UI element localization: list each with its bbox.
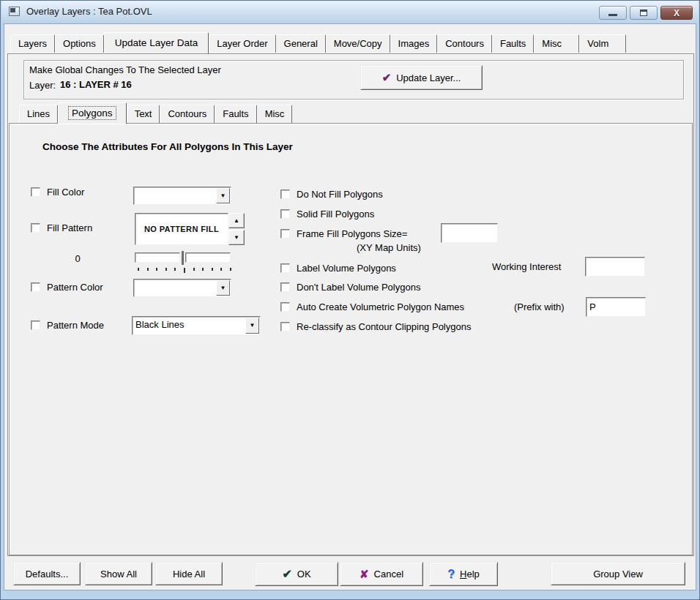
tab-update-layer-data[interactable]: Update Layer Data (104, 32, 209, 53)
tab-faults[interactable]: Faults (492, 34, 534, 53)
show-all-button-label: Show All (100, 569, 137, 580)
auto-create-checkbox[interactable] (280, 302, 290, 312)
frame-fill-label: Frame Fill Polygons Size= (297, 228, 407, 239)
question-icon: ? (447, 568, 455, 581)
fill-color-checkbox[interactable] (31, 187, 40, 197)
working-interest-input[interactable] (585, 257, 645, 277)
help-button[interactable]: ? Help (429, 562, 498, 586)
app-icon (9, 7, 20, 16)
dialog-client-area: Layers Options Update Layer Data Layer O… (4, 23, 696, 590)
cancel-button-label: Cancel (374, 569, 403, 580)
working-interest-label: Working Interest (492, 261, 561, 272)
auto-create-label: Auto Create Volumetric Polygon Names (297, 301, 464, 312)
tab-layers[interactable]: Layers (10, 34, 55, 53)
label-volume-checkbox[interactable] (280, 263, 290, 273)
dont-label-volume-label: Don't Label Volume Polygons (297, 282, 420, 293)
polygons-pane (9, 123, 693, 555)
pattern-color-checkbox[interactable] (31, 282, 40, 292)
tab-images[interactable]: Images (390, 34, 438, 53)
tab-options[interactable]: Options (55, 34, 104, 53)
slider-track-left[interactable] (135, 252, 180, 263)
hide-all-button[interactable]: Hide All (155, 562, 223, 585)
frame-fill-checkbox[interactable] (280, 229, 290, 239)
subtab-polygons-label: Polygons (69, 107, 116, 119)
subtab-misc[interactable]: Misc (257, 105, 293, 123)
fill-pattern-label: Fill Pattern (47, 222, 92, 233)
close-button[interactable]: X (660, 6, 693, 20)
polygons-heading: Choose The Attributes For All Polygons I… (42, 141, 293, 152)
chevron-down-icon[interactable]: ▼ (216, 188, 230, 203)
prefix-label: (Prefix with) (514, 301, 565, 312)
titlebar: Overlay Layers : Tea Pot.OVL X (1, 1, 699, 23)
fill-color-dropdown[interactable]: ▼ (133, 187, 231, 205)
x-icon: ✘ (360, 568, 369, 581)
ok-button[interactable]: ✔ OK (255, 562, 338, 586)
fill-color-value (134, 187, 215, 204)
defaults-button[interactable]: Defaults... (13, 562, 81, 585)
pattern-mode-label: Pattern Mode (47, 320, 104, 331)
pattern-mode-dropdown[interactable]: Black Lines ▼ (132, 316, 261, 335)
reclassify-label: Re-classify as Contour Clipping Polygons (297, 321, 471, 332)
minimize-button[interactable] (599, 6, 627, 20)
update-layer-button-label: Update Layer... (396, 72, 461, 83)
prefix-input[interactable] (586, 297, 646, 317)
pattern-color-label: Pattern Color (47, 282, 103, 293)
tab-contours[interactable]: Contours (437, 34, 492, 53)
ok-button-label: OK (297, 569, 311, 580)
pattern-slider[interactable] (135, 250, 234, 265)
window-title: Overlay Layers : Tea Pot.OVL (26, 1, 152, 23)
do-not-fill-label: Do Not Fill Polygons (297, 189, 383, 200)
slider-track-right[interactable] (185, 252, 231, 263)
pattern-color-dropdown[interactable]: ▼ (133, 279, 231, 297)
check-icon: ✔ (282, 567, 291, 581)
pattern-preview: NO PATTERN FILL (135, 213, 228, 245)
tab-volm[interactable]: Volm (579, 34, 626, 53)
chevron-down-icon[interactable]: ▼ (245, 318, 259, 334)
chevron-down-icon[interactable]: ▼ (216, 280, 230, 296)
overlay-layers-window: Overlay Layers : Tea Pot.OVL X Layers Op… (0, 0, 700, 600)
update-layer-button[interactable]: ✔ Update Layer... (360, 65, 483, 90)
dont-label-volume-checkbox[interactable] (280, 282, 290, 292)
pattern-color-value (134, 280, 215, 296)
frame-fill-units-label: (XY Map Units) (357, 242, 421, 253)
subtab-faults[interactable]: Faults (215, 105, 256, 123)
check-icon: ✔ (382, 71, 392, 84)
slider-thumb[interactable] (182, 251, 184, 265)
defaults-button-label: Defaults... (26, 569, 69, 580)
tab-general[interactable]: General (276, 34, 326, 53)
group-view-button-label: Group View (593, 569, 643, 580)
main-tabstrip: Layers Options Update Layer Data Layer O… (10, 32, 626, 53)
cancel-button[interactable]: ✘ Cancel (340, 562, 423, 586)
sub-tabstrip: Lines Polygons Text Contours Faults Misc (19, 102, 292, 123)
spinner-up-icon[interactable]: ▲ (228, 213, 245, 228)
fill-pattern-checkbox[interactable] (31, 223, 40, 233)
frame-size-input[interactable] (441, 223, 498, 243)
fill-color-label: Fill Color (47, 187, 84, 198)
show-all-button[interactable]: Show All (85, 562, 152, 585)
close-icon: X (674, 9, 679, 18)
help-button-label: Help (460, 569, 480, 580)
group-view-button[interactable]: Group View (551, 562, 685, 585)
layer-value: 16 : LAYER # 16 (60, 79, 132, 90)
subtab-contours[interactable]: Contours (160, 105, 215, 123)
tab-misc[interactable]: Misc (534, 34, 579, 53)
spinner-down-icon[interactable]: ▼ (228, 230, 245, 245)
hide-all-button-label: Hide All (173, 569, 205, 580)
do-not-fill-checkbox[interactable] (280, 190, 290, 199)
window-controls: X (599, 6, 693, 20)
minimize-icon (608, 14, 617, 16)
subtab-lines[interactable]: Lines (19, 105, 58, 123)
pattern-spinner: ▲ ▼ (228, 213, 245, 245)
label-volume-label: Label Volume Polygons (297, 263, 396, 274)
solid-fill-checkbox[interactable] (280, 209, 290, 219)
tab-layer-order[interactable]: Layer Order (209, 34, 275, 53)
global-changes-heading: Make Global Changes To The Selected Laye… (29, 64, 221, 75)
restore-button[interactable] (630, 6, 658, 20)
tab-move-copy[interactable]: Move/Copy (326, 34, 390, 53)
subtab-text[interactable]: Text (127, 105, 160, 123)
reclassify-checkbox[interactable] (280, 322, 290, 331)
layer-label: Layer: (29, 80, 56, 91)
subtab-polygons[interactable]: Polygons (58, 102, 127, 124)
pattern-mode-checkbox[interactable] (31, 320, 40, 330)
restore-icon (640, 10, 647, 16)
